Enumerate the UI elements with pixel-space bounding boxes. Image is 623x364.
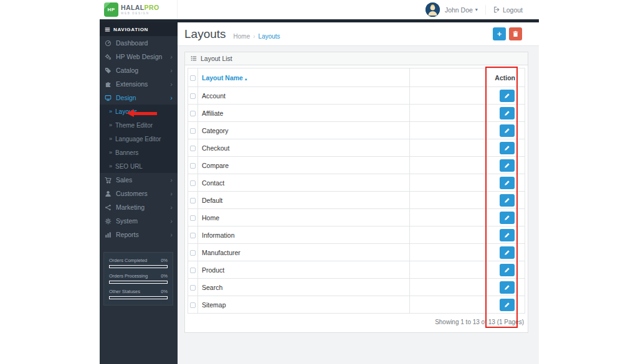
pencil-icon — [504, 128, 510, 134]
row-checkbox[interactable] — [190, 302, 196, 308]
edit-button[interactable] — [500, 264, 515, 276]
logout-label: Logout — [503, 6, 523, 14]
user-avatar[interactable] — [426, 2, 440, 17]
logout-button[interactable]: Logout — [493, 6, 523, 14]
logout-icon — [493, 6, 500, 13]
menu-icon — [105, 27, 110, 32]
sidebar-item-extensions[interactable]: Extensions › — [100, 77, 178, 91]
select-all-checkbox[interactable] — [190, 75, 196, 81]
logo-cube-text: HP — [107, 7, 115, 12]
trash-icon — [512, 30, 519, 37]
chevron-right-icon: › — [170, 54, 173, 60]
edit-button[interactable] — [500, 107, 515, 119]
table-body: Account Affiliate Category Checkout — [188, 87, 525, 314]
row-checkbox[interactable] — [190, 128, 196, 134]
monitor-icon — [105, 95, 113, 101]
edit-button[interactable] — [500, 246, 515, 259]
row-checkbox[interactable] — [190, 285, 196, 291]
row-checkbox[interactable] — [190, 250, 196, 256]
list-icon — [191, 55, 197, 62]
layout-name-cell: Checkout — [198, 139, 410, 157]
brand-accent: PRO — [145, 4, 159, 11]
row-checkbox[interactable] — [190, 111, 196, 116]
delete-layout-button[interactable] — [509, 27, 522, 40]
breadcrumb-home[interactable]: Home — [234, 33, 250, 40]
admin-app: HP HALALPRO WEB DESIGN John Doe ▾ Logout… — [100, 0, 539, 364]
add-layout-button[interactable]: + — [493, 27, 506, 40]
sidebar-item-catalog[interactable]: Catalog › — [100, 63, 178, 77]
stat-value: 0% — [161, 258, 168, 263]
empty-cell — [410, 244, 487, 261]
brand-logo[interactable]: HP HALALPRO WEB DESIGN — [100, 0, 178, 19]
edit-button[interactable] — [500, 281, 515, 294]
layout-name-cell: Contact — [198, 174, 410, 192]
layout-name-cell: Home — [198, 209, 410, 226]
layout-name-cell: Affiliate — [198, 105, 410, 122]
sidebar-item-sales[interactable]: Sales › — [100, 173, 178, 187]
edit-button[interactable] — [500, 142, 515, 154]
chevron-right-icon: › — [170, 204, 173, 211]
row-checkbox[interactable] — [190, 146, 196, 151]
sidebar-subitem-seo-url[interactable]: » SEO URL — [100, 159, 178, 173]
chevron-right-icon: › — [170, 177, 173, 184]
share-icon — [105, 204, 113, 211]
sidebar-item-reports[interactable]: Reports › — [100, 228, 178, 241]
row-checkbox[interactable] — [190, 163, 196, 169]
sidebar-subitem-banners[interactable]: » Banners — [100, 146, 178, 159]
double-chevron-icon: » — [109, 136, 112, 142]
edit-button[interactable] — [500, 194, 515, 207]
table-header-row: Layout Name▴ Action — [188, 68, 525, 87]
row-checkbox[interactable] — [190, 198, 196, 203]
sidebar-subitem-layouts[interactable]: » Layouts — [100, 105, 178, 118]
empty-cell — [410, 87, 487, 105]
edit-button[interactable] — [500, 229, 515, 241]
double-chevron-icon: » — [109, 163, 112, 169]
row-checkbox[interactable] — [190, 215, 196, 221]
edit-button[interactable] — [500, 299, 515, 311]
layout-name-cell: Manufacturer — [198, 244, 410, 261]
sidebar-stat: Orders Completed 0% — [109, 258, 168, 268]
empty-cell — [410, 226, 487, 244]
row-checkbox[interactable] — [190, 268, 196, 273]
sidebar-item-system[interactable]: System › — [100, 214, 178, 228]
person-icon — [426, 2, 440, 17]
row-checkbox[interactable] — [190, 180, 196, 186]
user-menu[interactable]: John Doe — [445, 6, 473, 14]
layout-name-cell: Category — [198, 122, 410, 139]
stat-progress-bar — [109, 281, 168, 284]
dashboard-icon — [105, 40, 113, 47]
cart-icon — [105, 177, 113, 184]
pencil-icon — [504, 232, 510, 238]
chevron-right-icon: › — [170, 81, 173, 88]
table-row: Affiliate — [188, 105, 525, 122]
sidebar-subitem-language-editor[interactable]: » Language Editor — [100, 132, 178, 146]
row-checkbox[interactable] — [190, 93, 196, 99]
sidebar-subitem-theme-editor[interactable]: » Theme Editor — [100, 118, 178, 132]
sidebar-item-dashboard[interactable]: Dashboard — [100, 36, 178, 50]
page-toolbar: + — [493, 27, 522, 40]
sidebar-item-marketing[interactable]: Marketing › — [100, 200, 178, 214]
edit-button[interactable] — [500, 124, 515, 137]
row-checkbox[interactable] — [190, 233, 196, 238]
pencil-icon — [504, 284, 510, 291]
edit-button[interactable] — [500, 212, 515, 224]
edit-button[interactable] — [500, 159, 515, 172]
breadcrumb-current[interactable]: Layouts — [259, 33, 280, 40]
empty-cell — [410, 174, 487, 192]
sidebar-nav-title: NAVIGATION — [100, 22, 178, 36]
empty-cell — [410, 296, 487, 314]
sidebar-item-design[interactable]: Design › — [100, 91, 178, 105]
edit-button[interactable] — [500, 177, 515, 189]
caret-down-icon[interactable]: ▾ — [475, 7, 478, 12]
edit-button[interactable] — [500, 90, 515, 102]
sidebar-stat: Orders Processing 0% — [109, 273, 168, 284]
sidebar-stats-panel: Orders Completed 0% Orders Processing 0%… — [103, 252, 173, 306]
user-icon — [105, 190, 113, 197]
gear-icon — [105, 218, 113, 225]
sidebar-item-hp-web-design[interactable]: HP Web Design › — [100, 50, 178, 63]
pencil-icon — [504, 145, 510, 151]
action-column-header: Action — [487, 68, 525, 87]
stat-label: Other Statuses — [109, 289, 140, 294]
sort-layout-name[interactable]: Layout Name▴ — [198, 68, 410, 87]
sidebar-item-customers[interactable]: Customers › — [100, 187, 178, 200]
